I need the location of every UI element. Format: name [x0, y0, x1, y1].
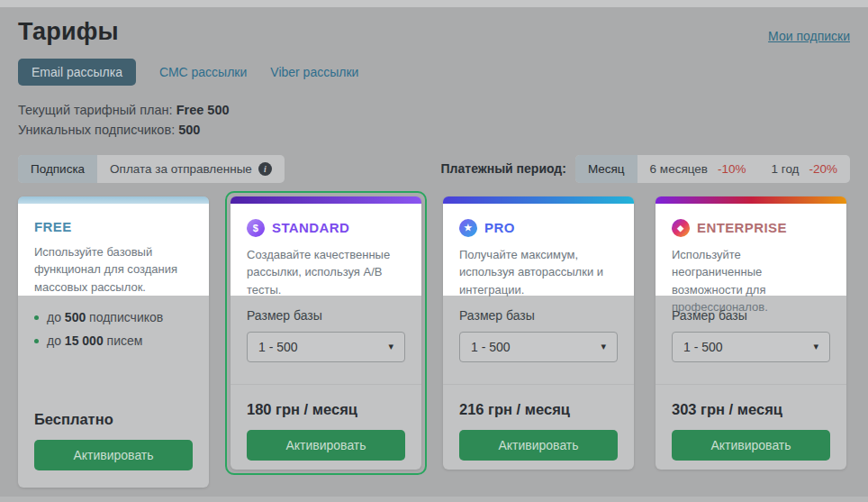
- plan-card-enterprise: ◆ ENTERPRISE Используйте неограниченные …: [656, 196, 846, 470]
- standard-plan-description: Создавайте качественные рассылки, исполь…: [247, 246, 405, 299]
- free-activate-button[interactable]: Активировать: [34, 440, 193, 470]
- billing-controls: Подписка Оплата за отправленные i Платеж…: [18, 155, 850, 183]
- tab-email[interactable]: Email рассылка: [18, 59, 136, 86]
- discount-badge: -10%: [718, 162, 746, 176]
- billing-mode-toggle: Подписка Оплата за отправленные i: [18, 155, 285, 183]
- pro-color-bar: [443, 196, 634, 204]
- standard-activate-button[interactable]: Активировать: [247, 430, 405, 461]
- info-icon[interactable]: i: [258, 162, 272, 176]
- bullet-dot: [34, 315, 39, 320]
- toggle-subscription[interactable]: Подписка: [18, 155, 97, 183]
- bullet-dot: [34, 339, 39, 343]
- free-color-bar: [18, 196, 209, 204]
- subscribers-value: 500: [178, 123, 200, 137]
- enterprise-color-bar: [656, 196, 846, 204]
- pro-activate-button[interactable]: Активировать: [459, 430, 618, 461]
- free-feature-list: до 500 подписчиков до 15 000 писем: [34, 310, 193, 348]
- enterprise-plan-title: ◆ ENTERPRISE: [672, 219, 830, 237]
- diamond-icon: ◆: [672, 219, 690, 237]
- period-1-year[interactable]: 1 год-20%: [759, 155, 851, 183]
- standard-plan-title: $ STANDARD: [247, 219, 405, 237]
- enterprise-price: 303 грн / месяц: [672, 401, 830, 418]
- current-plan-info: Текущий тарифный план: Free 500 Уникальн…: [18, 100, 850, 141]
- pro-plan-title: ★ PRO: [459, 219, 618, 237]
- page-title: Тарифы: [18, 18, 119, 46]
- pro-base-size-select[interactable]: 1 - 500 ▾: [459, 332, 618, 362]
- standard-color-bar: [231, 196, 421, 204]
- toggle-pay-per-sent[interactable]: Оплата за отправленные i: [97, 155, 285, 183]
- chevron-down-icon: ▾: [388, 341, 393, 352]
- current-plan-line: Текущий тарифный план: Free 500: [18, 100, 850, 120]
- plan-card-free: FREE Используйте базовый функционал для …: [18, 196, 209, 488]
- feature-subscribers: до 500 подписчиков: [34, 310, 193, 324]
- base-size-label: Размер базы: [459, 308, 618, 323]
- feature-emails: до 15 000 писем: [34, 333, 193, 348]
- billing-period: Платежный период: Месяц 6 месяцев-10% 1 …: [441, 155, 850, 183]
- subscribers-line: Уникальных подписчиков: 500: [18, 120, 850, 140]
- discount-badge: -20%: [809, 162, 837, 176]
- enterprise-activate-button[interactable]: Активировать: [672, 430, 830, 461]
- billing-period-label: Платежный период:: [441, 161, 566, 176]
- free-plan-title: FREE: [34, 219, 193, 234]
- standard-base-size-select[interactable]: 1 - 500 ▾: [247, 332, 405, 362]
- base-size-label: Размер базы: [247, 308, 405, 323]
- tab-sms[interactable]: СМС рассылки: [159, 59, 247, 85]
- star-icon: ★: [459, 219, 477, 237]
- chevron-down-icon: ▾: [601, 341, 606, 352]
- base-size-label: Размер базы: [672, 308, 830, 323]
- pro-plan-description: Получайте максимум, используя авторассыл…: [459, 246, 618, 299]
- current-plan-value: Free 500: [176, 103, 230, 117]
- page-header: Тарифы Мои подписки: [18, 18, 850, 46]
- plan-cards: FREE Используйте базовый функционал для …: [18, 196, 850, 488]
- dollar-icon: $: [247, 219, 265, 237]
- period-6-months[interactable]: 6 месяцев-10%: [637, 155, 759, 183]
- chevron-down-icon: ▾: [813, 341, 818, 352]
- billing-period-group: Месяц 6 месяцев-10% 1 год-20%: [575, 155, 850, 183]
- period-month[interactable]: Месяц: [575, 155, 637, 183]
- free-price: Бесплатно: [34, 411, 193, 428]
- my-subscriptions-link[interactable]: Мои подписки: [768, 29, 850, 43]
- tariffs-page: Тарифы Мои подписки Email рассылка СМС р…: [0, 0, 868, 488]
- plan-card-standard: $ STANDARD Создавайте качественные рассы…: [231, 196, 421, 470]
- lower-panel-edge: [0, 497, 868, 502]
- plan-card-pro: ★ PRO Получайте максимум, используя авто…: [443, 196, 634, 470]
- tab-viber[interactable]: Viber рассылки: [270, 59, 358, 85]
- free-plan-description: Используйте базовый функционал для созда…: [34, 243, 193, 297]
- standard-price: 180 грн / месяц: [247, 401, 405, 418]
- channel-tabs: Email рассылка СМС рассылки Viber рассыл…: [18, 59, 850, 86]
- enterprise-base-size-select[interactable]: 1 - 500 ▾: [672, 332, 830, 362]
- pro-price: 216 грн / месяц: [459, 401, 618, 418]
